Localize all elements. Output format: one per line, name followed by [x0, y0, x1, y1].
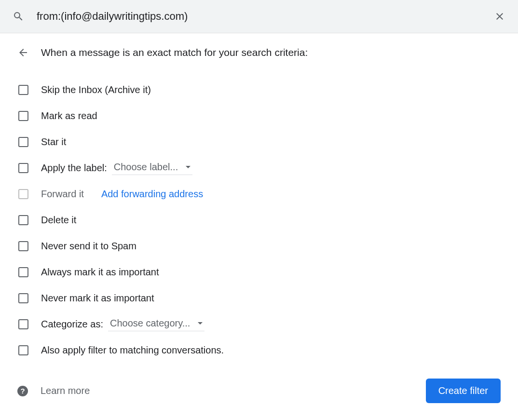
- option-also-apply: Also apply filter to matching conversati…: [17, 337, 501, 363]
- label-also-apply: Also apply filter to matching conversati…: [41, 345, 224, 356]
- checkbox-never-spam[interactable]: [18, 241, 28, 251]
- checkbox-never-important[interactable]: [18, 293, 28, 303]
- help-icon[interactable]: ?: [17, 386, 28, 396]
- checkbox-also-apply[interactable]: [18, 345, 28, 355]
- label-never-important: Never mark it as important: [41, 293, 154, 304]
- checkbox-delete-it[interactable]: [18, 215, 28, 225]
- checkbox-always-important[interactable]: [18, 267, 28, 277]
- option-never-important: Never mark it as important: [17, 285, 501, 311]
- label-mark-read: Mark as read: [41, 110, 97, 122]
- option-never-spam: Never send it to Spam: [17, 233, 501, 259]
- checkbox-categorize-as[interactable]: [18, 319, 28, 329]
- checkbox-apply-label[interactable]: [18, 163, 28, 173]
- search-bar: [0, 0, 518, 33]
- label-always-important: Always mark it as important: [41, 267, 159, 278]
- checkbox-skip-inbox[interactable]: [18, 85, 28, 95]
- caret-down-icon: [186, 166, 191, 168]
- option-star-it: Star it: [17, 129, 501, 155]
- dropdown-choose-label[interactable]: Choose label...: [112, 161, 192, 175]
- header-row: When a message is an exact match for you…: [17, 47, 501, 58]
- label-star-it: Star it: [41, 136, 66, 148]
- checkbox-star-it[interactable]: [18, 137, 28, 147]
- create-filter-button[interactable]: Create filter: [426, 379, 501, 403]
- header-text: When a message is an exact match for you…: [41, 47, 308, 58]
- label-categorize-as: Categorize as:: [41, 319, 103, 330]
- option-always-important: Always mark it as important: [17, 259, 501, 285]
- footer-left: ? Learn more: [17, 385, 90, 396]
- search-input[interactable]: [37, 10, 494, 23]
- dropdown-choose-category-text: Choose category...: [110, 318, 190, 329]
- close-icon[interactable]: [494, 11, 505, 22]
- option-apply-label: Apply the label: Choose label...: [17, 155, 501, 181]
- label-delete-it: Delete it: [41, 215, 76, 226]
- label-skip-inbox: Skip the Inbox (Archive it): [41, 84, 151, 95]
- label-apply-label: Apply the label:: [41, 163, 107, 174]
- option-forward-it: Forward it Add forwarding address: [17, 181, 501, 207]
- dropdown-choose-label-text: Choose label...: [114, 162, 178, 173]
- back-arrow-icon[interactable]: [17, 47, 29, 58]
- label-forward-it: Forward it: [41, 189, 84, 200]
- label-never-spam: Never send it to Spam: [41, 241, 136, 252]
- checkbox-mark-read[interactable]: [18, 111, 28, 121]
- search-icon: [13, 11, 24, 22]
- option-delete-it: Delete it: [17, 207, 501, 233]
- options-list: Skip the Inbox (Archive it) Mark as read…: [17, 77, 501, 363]
- link-learn-more[interactable]: Learn more: [41, 385, 90, 396]
- checkbox-forward-it[interactable]: [18, 189, 28, 199]
- option-categorize-as: Categorize as: Choose category...: [17, 311, 501, 337]
- footer-row: ? Learn more Create filter: [17, 379, 501, 403]
- option-mark-read: Mark as read: [17, 103, 501, 129]
- option-skip-inbox: Skip the Inbox (Archive it): [17, 77, 501, 103]
- caret-down-icon: [198, 322, 203, 325]
- dropdown-choose-category[interactable]: Choose category...: [108, 317, 204, 331]
- filter-content: When a message is an exact match for you…: [0, 33, 518, 417]
- link-add-forwarding-address[interactable]: Add forwarding address: [101, 189, 203, 200]
